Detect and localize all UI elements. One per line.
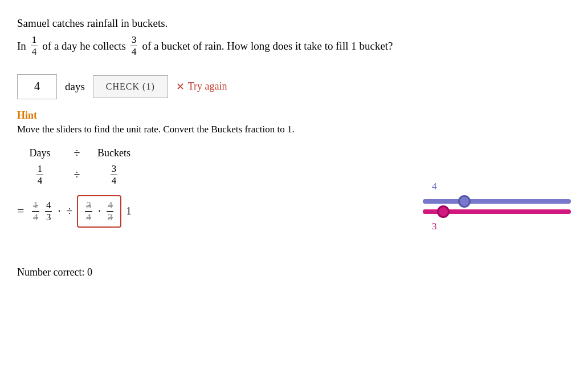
problem-title: Samuel catches rainfall in buckets. [17,17,571,30]
box-den2-crossed: 3 [108,212,113,223]
sliders-section: 4 3 [423,181,571,232]
box-frac2: 4 3 [107,200,114,224]
ratio-fraction-row: 1 4 ÷ 3 4 [17,163,389,187]
ratio-bucket-den: 4 [111,175,118,187]
day-frac-den: 4 [31,46,38,58]
answer-input[interactable] [17,74,57,99]
box-num2-crossed: 4 [108,200,113,211]
eq-frac1-den-crossed: 4 [33,212,38,223]
bucket-fraction: 3 4 [130,34,138,58]
col-div-header: ÷ [63,147,91,160]
try-again: ✕ Try again [176,80,227,93]
ratio-headers: Days ÷ Buckets [17,147,389,160]
slider-top-label: 4 [432,181,571,192]
slider-pink-thumb[interactable] [437,205,450,218]
box-den-crossed: 4 [86,212,91,223]
col-days-header: Days [17,147,63,159]
day-frac-num: 1 [31,34,38,46]
ratio-day-num: 1 [36,163,44,175]
statement-prefix: In [17,37,26,56]
eq-frac1: 1 4 [32,200,39,224]
box-frac2-num: 4 [107,200,114,212]
eq-frac1-num: 1 [32,200,39,212]
box-num-crossed: 3 [86,200,91,211]
ratio-day-frac: 1 4 [17,163,63,187]
try-again-label[interactable]: Try again [188,80,227,92]
eq-frac1b-num: 4 [45,200,52,212]
bucket-frac-num: 3 [130,34,138,46]
number-correct-label: Number correct: [17,266,84,278]
slider-blue-track[interactable] [423,199,571,204]
one-label: 1 [126,205,131,217]
ratio-day-den: 4 [36,175,44,187]
ratio-bucket-frac: 3 4 [91,163,137,187]
hint-label: Hint [17,110,571,122]
box-frac1-num: 3 [85,200,92,212]
days-label: days [65,80,85,93]
slider-bottom-label: 3 [432,221,571,232]
equation-row: = 1 4 4 3 · ÷ [17,195,389,228]
slider-pink-track[interactable] [423,209,571,214]
slider-bottom-row [423,209,571,214]
slider-blue-thumb[interactable] [458,195,471,208]
hint-text: Move the sliders to find the unit rate. … [17,124,571,135]
equals-sign: = [17,204,24,219]
left-side: Days ÷ Buckets 1 4 ÷ 3 4 = [17,147,389,232]
dot2: · [98,205,101,218]
main-layout: Days ÷ Buckets 1 4 ÷ 3 4 = [17,147,571,232]
check-button[interactable]: CHECK (1) [93,75,168,98]
ratio-divider: ÷ [63,168,91,181]
box-frac1-den: 4 [85,212,92,223]
number-correct: Number correct: 0 [17,266,571,278]
problem-statement: In 1 4 of a day he collects 3 4 of a buc… [17,34,571,58]
box-frac1: 3 4 [85,200,92,224]
number-correct-value: 0 [87,266,92,278]
statement-middle: of a day he collects [42,37,126,56]
box-fraction: 3 4 · 4 3 [77,195,121,228]
x-icon: ✕ [176,80,185,93]
col-buckets-header: Buckets [91,147,137,159]
slider-top-row [423,199,571,204]
answer-row: days CHECK (1) ✕ Try again [17,74,571,99]
dot1: · [58,205,60,218]
day-fraction: 1 4 [31,34,38,58]
hint-section: Hint Move the sliders to find the unit r… [17,110,571,135]
box-frac2-den: 3 [107,212,114,223]
eq-frac1-num-crossed: 1 [33,200,38,211]
ratio-bucket-num: 3 [111,163,118,175]
eq-div: ÷ [66,205,72,218]
bucket-frac-den: 4 [130,46,138,58]
eq-frac1b-den: 3 [45,212,52,223]
eq-frac1b: 4 3 [45,200,52,223]
eq-frac1-den: 4 [32,212,39,223]
statement-suffix: of a bucket of rain. How long does it ta… [142,37,393,56]
